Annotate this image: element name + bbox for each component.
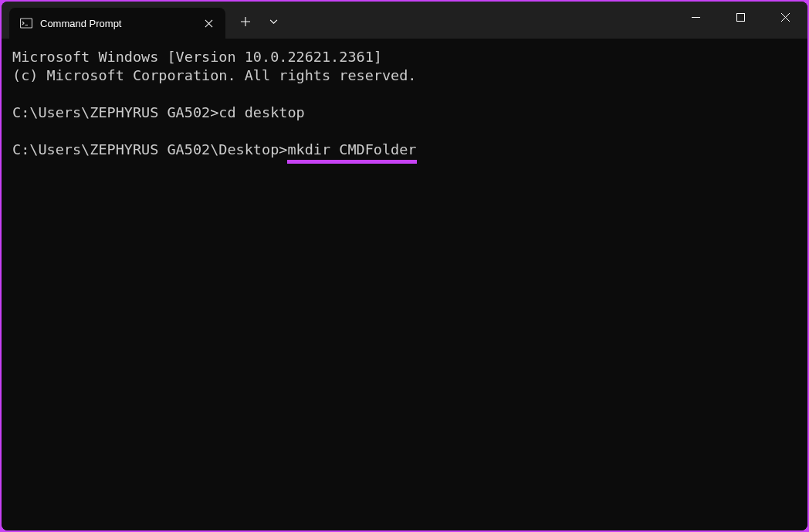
- command-2-highlighted: mkdir CMDFolder: [287, 141, 416, 159]
- tab-command-prompt[interactable]: Command Prompt: [9, 8, 225, 39]
- terminal-output[interactable]: Microsoft Windows [Version 10.0.22621.23…: [2, 39, 807, 530]
- new-tab-button[interactable]: [233, 9, 258, 34]
- tab-dropdown-button[interactable]: [261, 9, 286, 34]
- banner-line-1: Microsoft Windows [Version 10.0.22621.23…: [12, 48, 797, 66]
- terminal-icon: [20, 17, 32, 29]
- prompt-1: C:\Users\ZEPHYRUS GA502>: [12, 104, 218, 120]
- tab-title: Command Prompt: [40, 18, 193, 29]
- titlebar: Command Prompt: [2, 2, 807, 39]
- prompt-line-2: C:\Users\ZEPHYRUS GA502\Desktop>mkdir CM…: [12, 141, 797, 159]
- minimize-button[interactable]: [673, 2, 718, 32]
- blank-line-2: [12, 122, 797, 141]
- close-window-button[interactable]: [763, 2, 807, 32]
- blank-line: [12, 85, 797, 103]
- command-1: cd desktop: [218, 104, 304, 120]
- prompt-2: C:\Users\ZEPHYRUS GA502\Desktop>: [12, 141, 287, 158]
- close-tab-icon[interactable]: [201, 15, 216, 31]
- svg-rect-0: [21, 19, 32, 28]
- command-prompt-window: Command Prompt: [2, 2, 807, 530]
- svg-rect-7: [736, 13, 744, 21]
- maximize-button[interactable]: [718, 2, 763, 32]
- prompt-line-1: C:\Users\ZEPHYRUS GA502>cd desktop: [12, 103, 797, 122]
- titlebar-actions: [225, 2, 286, 39]
- titlebar-spacer[interactable]: [286, 2, 673, 39]
- banner-line-2: (c) Microsoft Corporation. All rights re…: [12, 66, 797, 85]
- window-controls: [673, 2, 807, 39]
